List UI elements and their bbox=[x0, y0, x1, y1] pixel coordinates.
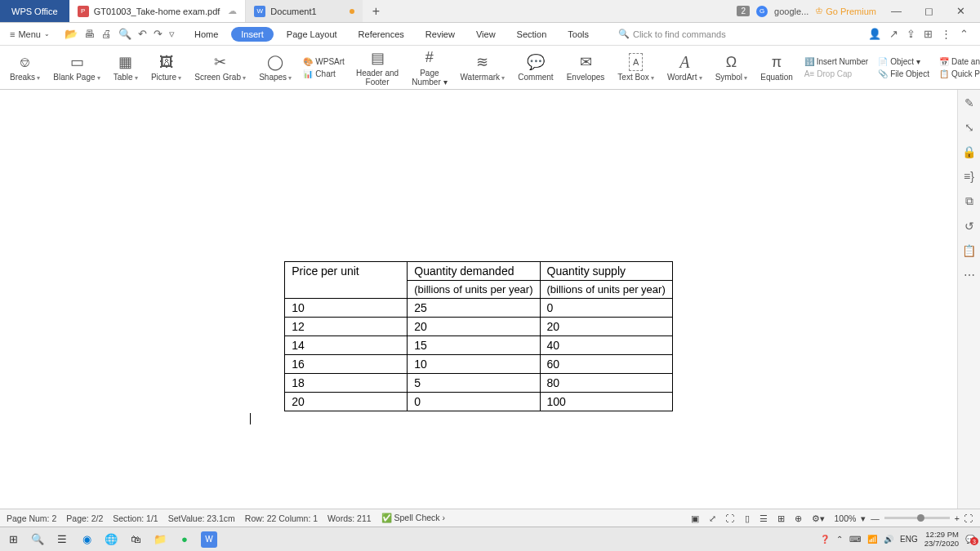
close-button[interactable]: ✕ bbox=[948, 5, 973, 17]
grid-icon[interactable]: ⊞ bbox=[924, 28, 933, 40]
header-footer-button[interactable]: ▤Header andFooter bbox=[350, 46, 405, 89]
go-premium-button[interactable]: ♔ Go Premium bbox=[815, 6, 876, 16]
comment-button[interactable]: 💬Comment bbox=[511, 46, 559, 89]
fullscreen-icon[interactable]: ⛶ bbox=[964, 513, 973, 523]
clipboard-icon[interactable]: 📋 bbox=[962, 244, 976, 257]
spotify-icon[interactable]: ● bbox=[176, 531, 193, 548]
view-settings-icon[interactable]: ⚙▾ bbox=[812, 513, 825, 523]
file-object-button[interactable]: 📎 File Object bbox=[878, 69, 929, 78]
status-section[interactable]: Section: 1/1 bbox=[113, 513, 158, 523]
date-time-button[interactable]: 📅 Date and Tim bbox=[939, 57, 980, 66]
export-icon[interactable]: ⇪ bbox=[906, 28, 915, 40]
data-table[interactable]: Price per unit Quantity demanded Quantit… bbox=[284, 261, 672, 411]
view-icon-3[interactable]: ⛶ bbox=[726, 513, 735, 523]
undo-icon[interactable]: ↶ bbox=[138, 28, 147, 40]
zoom-in-button[interactable]: + bbox=[955, 513, 960, 523]
zoom-out-button[interactable]: — bbox=[871, 513, 880, 523]
blank-page-button[interactable]: ▭Blank Page bbox=[47, 46, 106, 89]
print-icon[interactable]: 🖨 bbox=[101, 28, 112, 40]
watermark-button[interactable]: ≋Watermark bbox=[454, 46, 512, 89]
tray-chevron-icon[interactable]: ⌃ bbox=[836, 535, 843, 544]
view-icon-1[interactable]: ▣ bbox=[691, 513, 699, 523]
status-page-num[interactable]: Page Num: 2 bbox=[7, 513, 56, 523]
page-number-button[interactable]: #PageNumber ▾ bbox=[405, 46, 453, 89]
tab-section[interactable]: Section bbox=[509, 26, 555, 42]
chart-button[interactable]: 📊 Chart bbox=[303, 69, 345, 78]
notifications-icon[interactable]: 💬 bbox=[965, 535, 975, 544]
volume-icon[interactable]: 🔊 bbox=[884, 535, 893, 544]
view-icon-2[interactable]: ⤢ bbox=[709, 513, 716, 523]
table-button[interactable]: ▦Table bbox=[107, 46, 145, 89]
symbol-button[interactable]: ΩSymbol bbox=[709, 46, 755, 89]
view-icon-4[interactable]: ▯ bbox=[745, 513, 750, 523]
quick-parts-button[interactable]: 📋 Quick Parts ▾ bbox=[939, 69, 980, 78]
view-icon-7[interactable]: ⊕ bbox=[795, 513, 802, 523]
tab-review[interactable]: Review bbox=[417, 26, 463, 42]
menu-button[interactable]: ≡ Menu ⌄ bbox=[7, 28, 53, 41]
maximize-button[interactable]: ◻ bbox=[916, 5, 942, 17]
clock[interactable]: 12:29 PM 23/7/2020 bbox=[924, 531, 959, 548]
lock-icon[interactable]: 🔒 bbox=[962, 145, 976, 158]
preview-icon[interactable]: 🔍 bbox=[118, 28, 131, 40]
equation-button[interactable]: πEquation bbox=[754, 46, 799, 89]
task-view-button[interactable]: ☰ bbox=[54, 531, 70, 548]
edit-icon[interactable]: ✎ bbox=[964, 96, 974, 109]
wifi-icon[interactable]: 📶 bbox=[867, 535, 877, 544]
view-icon-5[interactable]: ☰ bbox=[760, 513, 768, 523]
picture-button[interactable]: 🖼Picture bbox=[145, 46, 188, 89]
wps-icon[interactable]: W bbox=[201, 531, 217, 548]
object-button[interactable]: 📄 Object ▾ bbox=[878, 57, 929, 66]
edge-icon[interactable]: ◉ bbox=[78, 531, 95, 548]
drop-cap-button[interactable]: A≡ Drop Cap bbox=[804, 69, 868, 78]
text-box-button[interactable]: AText Box bbox=[611, 46, 661, 89]
explorer-icon[interactable]: 📁 bbox=[152, 531, 168, 548]
wpsart-button[interactable]: 🎨 WPSArt bbox=[303, 57, 345, 66]
select-icon[interactable]: ⤡ bbox=[964, 121, 974, 134]
command-search[interactable]: 🔍 Click to find commands bbox=[618, 29, 726, 39]
tab-references[interactable]: References bbox=[350, 26, 412, 42]
tab-insert[interactable]: Insert bbox=[231, 27, 274, 42]
notification-badge[interactable]: 2 bbox=[737, 6, 750, 16]
shapes-button[interactable]: ◯Shapes bbox=[252, 46, 298, 89]
chrome-icon[interactable]: 🌐 bbox=[103, 531, 119, 548]
qat-more-icon[interactable]: ▿ bbox=[169, 28, 175, 40]
save-icon[interactable]: 🖶 bbox=[84, 28, 95, 40]
document-page[interactable]: Price per unit Quantity demanded Quantit… bbox=[0, 90, 957, 509]
outline-icon[interactable]: ≡} bbox=[964, 170, 974, 183]
style-icon[interactable]: ⧉ bbox=[965, 194, 973, 208]
open-icon[interactable]: 📂 bbox=[65, 28, 78, 40]
redo-icon[interactable]: ↷ bbox=[154, 28, 163, 40]
new-tab-button[interactable]: + bbox=[363, 0, 390, 22]
tab-home[interactable]: Home bbox=[186, 26, 226, 42]
google-label[interactable]: google... bbox=[774, 7, 808, 16]
more-tools-icon[interactable]: ⋯ bbox=[964, 269, 975, 282]
breaks-button[interactable]: ⎊Breaks bbox=[3, 46, 47, 89]
collapse-ribbon-icon[interactable]: ⌃ bbox=[960, 28, 969, 40]
tab-view[interactable]: View bbox=[468, 26, 504, 42]
zoom-control[interactable]: 100%▾ — + ⛶ bbox=[835, 513, 974, 523]
wordart-button[interactable]: AWordArt bbox=[661, 46, 709, 89]
keyboard-icon[interactable]: ⌨ bbox=[849, 535, 861, 544]
user-icon[interactable]: 👤 bbox=[868, 28, 881, 40]
app-tab[interactable]: WPS Office bbox=[0, 0, 69, 22]
tab-tools[interactable]: Tools bbox=[559, 26, 597, 42]
history-icon[interactable]: ↺ bbox=[964, 220, 974, 233]
status-page[interactable]: Page: 2/2 bbox=[66, 513, 103, 523]
tab-page-layout[interactable]: Page Layout bbox=[278, 26, 345, 42]
envelopes-button[interactable]: ✉Envelopes bbox=[560, 46, 612, 89]
status-spell[interactable]: ✅ Spell Check › bbox=[381, 513, 445, 523]
search-button[interactable]: 🔍 bbox=[29, 531, 46, 548]
more-icon[interactable]: ⋮ bbox=[941, 28, 951, 40]
view-icon-6[interactable]: ⊞ bbox=[777, 513, 785, 523]
document-tab[interactable]: W Document1 bbox=[246, 0, 362, 22]
share-icon[interactable]: ↗ bbox=[889, 28, 898, 40]
zoom-slider[interactable] bbox=[884, 517, 950, 519]
minimize-button[interactable]: — bbox=[883, 5, 910, 17]
store-icon[interactable]: 🛍 bbox=[127, 531, 144, 548]
screen-grab-button[interactable]: ✂Screen Grab bbox=[188, 46, 252, 89]
status-words[interactable]: Words: 211 bbox=[327, 513, 372, 523]
file-tab[interactable]: P GT01003_Take-home exam.pdf ☁ bbox=[69, 0, 247, 22]
insert-number-button[interactable]: 🔢 Insert Number bbox=[804, 57, 868, 66]
help-icon[interactable]: ❓ bbox=[820, 535, 830, 544]
language-indicator[interactable]: ENG bbox=[900, 535, 918, 544]
